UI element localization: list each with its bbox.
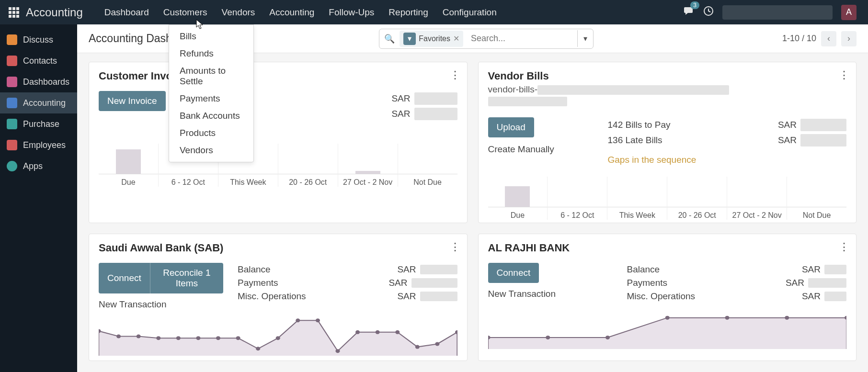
nav-dashboard[interactable]: Dashboard: [97, 7, 156, 18]
kv-label[interactable]: Misc. Operations: [238, 291, 306, 302]
svg-point-25: [785, 316, 789, 320]
nav-reporting[interactable]: Reporting: [381, 7, 435, 18]
top-search-input[interactable]: [722, 5, 833, 20]
svg-point-4: [156, 336, 160, 340]
gaps-link[interactable]: Gaps in the sequence: [608, 155, 847, 165]
sidebar-item-label: Discuss: [23, 35, 53, 45]
new-transaction-link[interactable]: New Transaction: [99, 299, 223, 310]
pager-next[interactable]: ›: [841, 31, 857, 46]
sidebar-item-dashboards[interactable]: Dashboards: [0, 71, 77, 92]
svg-point-16: [395, 330, 400, 334]
card-title[interactable]: Customer Invoices: [99, 70, 457, 82]
sidebar-item-label: Employees: [23, 140, 66, 150]
redacted-value: [488, 97, 567, 106]
sidebar-item-contacts[interactable]: Contacts: [0, 50, 77, 71]
kv-label[interactable]: Payments: [627, 278, 667, 288]
sidebar-item-label: Purchase: [23, 119, 59, 129]
connect-button[interactable]: Connect: [488, 263, 539, 283]
sidebar-item-label: Apps: [23, 161, 43, 171]
sidebar-item-label: Dashboards: [23, 77, 69, 87]
avatar[interactable]: A: [841, 5, 857, 20]
redacted-value: [411, 278, 457, 288]
vendors-dropdown: Bills Refunds Amounts to Settle Payments…: [169, 24, 254, 162]
svg-point-6: [196, 336, 200, 340]
pager-text[interactable]: 1-10 / 10: [782, 34, 816, 44]
kv-label[interactable]: 136 Late Bills: [608, 135, 662, 146]
nav-vendors[interactable]: Vendors: [215, 7, 263, 18]
top-nav: Accounting Dashboard Customers Vendors A…: [0, 0, 868, 24]
card-menu-icon[interactable]: ⋮: [839, 241, 848, 253]
kv-label[interactable]: Balance: [627, 264, 660, 275]
sidebar-item-apps[interactable]: Apps: [0, 156, 77, 177]
new-invoice-button[interactable]: New Invoice: [99, 91, 166, 111]
messages-icon[interactable]: 3: [684, 6, 695, 18]
card-title[interactable]: Vendor Bills: [488, 70, 847, 82]
dropdown-item-products[interactable]: Products: [169, 124, 253, 142]
dropdown-item-refunds[interactable]: Refunds: [169, 45, 253, 62]
chip-remove-icon[interactable]: ✕: [453, 34, 459, 43]
redacted-value: [824, 265, 846, 274]
svg-point-11: [296, 318, 300, 322]
card-title[interactable]: Saudi Awwal Bank (SAB): [99, 242, 457, 254]
redacted-value: [414, 108, 457, 120]
nav-accounting[interactable]: Accounting: [262, 7, 321, 18]
ci-bar-chart: Due6 - 12 OctThis Week20 - 26 Oct27 Oct …: [99, 144, 457, 187]
dropdown-item-vendors[interactable]: Vendors: [169, 142, 253, 159]
search-input[interactable]: [467, 34, 577, 44]
nav-customers[interactable]: Customers: [156, 7, 215, 18]
svg-point-9: [256, 347, 260, 350]
currency: SAR: [786, 278, 804, 288]
svg-point-5: [176, 336, 181, 340]
svg-point-8: [236, 336, 240, 340]
create-manually-link[interactable]: Create Manually: [488, 144, 594, 155]
currency: SAR: [778, 135, 797, 146]
dropdown-item-bills[interactable]: Bills: [169, 28, 253, 45]
new-transaction-link[interactable]: New Transaction: [488, 289, 613, 299]
pager: 1-10 / 10 ‹ ›: [782, 31, 857, 46]
nav-followups[interactable]: Follow-Ups: [321, 7, 381, 18]
search-icon[interactable]: 🔍: [379, 34, 400, 44]
sab-line-chart: [99, 315, 457, 356]
redacted-value: [800, 134, 846, 147]
favorites-chip[interactable]: ▾ Favorites ✕: [400, 31, 463, 47]
card-title[interactable]: AL RAJHI BANK: [488, 242, 847, 254]
sidebar-item-employees[interactable]: Employees: [0, 135, 77, 156]
sidebar-item-purchase[interactable]: Purchase: [0, 113, 77, 135]
svg-point-24: [725, 316, 729, 320]
currency: SAR: [802, 264, 821, 275]
search-caret-icon[interactable]: ▾: [577, 30, 593, 47]
card-subtitle: vendor-bills-: [488, 84, 847, 95]
app-title[interactable]: Accounting: [26, 6, 83, 19]
dropdown-item-payments[interactable]: Payments: [169, 90, 253, 107]
searchbox[interactable]: 🔍 ▾ Favorites ✕ ▾: [379, 29, 594, 49]
kv-label[interactable]: Payments: [238, 278, 278, 288]
redacted-value: [420, 292, 457, 301]
sidebar-item-label: Contacts: [23, 56, 57, 66]
card-menu-icon[interactable]: ⋮: [450, 241, 459, 253]
vb-bar-chart: Due6 - 12 OctThis Week20 - 26 Oct27 Oct …: [488, 177, 847, 220]
reconcile-button[interactable]: Reconcile 1 Items: [150, 263, 223, 293]
apps-grid-icon[interactable]: [9, 7, 19, 18]
svg-point-10: [276, 336, 280, 340]
kv-label[interactable]: Misc. Operations: [627, 291, 696, 302]
nav-configuration[interactable]: Configuration: [435, 7, 504, 18]
clock-icon[interactable]: [703, 6, 714, 19]
sidebar-item-discuss[interactable]: Discuss: [0, 29, 77, 50]
upload-button[interactable]: Upload: [488, 117, 534, 137]
connect-button[interactable]: Connect: [99, 263, 150, 293]
kv-label[interactable]: Balance: [238, 264, 271, 275]
cursor-icon: [196, 19, 204, 30]
svg-point-18: [435, 342, 439, 346]
kv-label[interactable]: 142 Bills to Pay: [608, 120, 671, 130]
card-menu-icon[interactable]: ⋮: [839, 69, 848, 81]
currency: SAR: [391, 93, 410, 104]
dropdown-item-bank-accounts[interactable]: Bank Accounts: [169, 107, 253, 124]
filter-icon: ▾: [403, 33, 416, 45]
svg-point-2: [116, 334, 121, 338]
card-sab: ⋮ Saudi Awwal Bank (SAB) Connect Reconci…: [89, 234, 468, 361]
card-menu-icon[interactable]: ⋮: [450, 69, 459, 81]
dropdown-item-amounts-to-settle[interactable]: Amounts to Settle: [169, 62, 253, 90]
chip-label: Favorites: [419, 34, 450, 43]
pager-prev[interactable]: ‹: [821, 31, 836, 46]
sidebar-item-accounting[interactable]: Accounting: [0, 92, 77, 113]
